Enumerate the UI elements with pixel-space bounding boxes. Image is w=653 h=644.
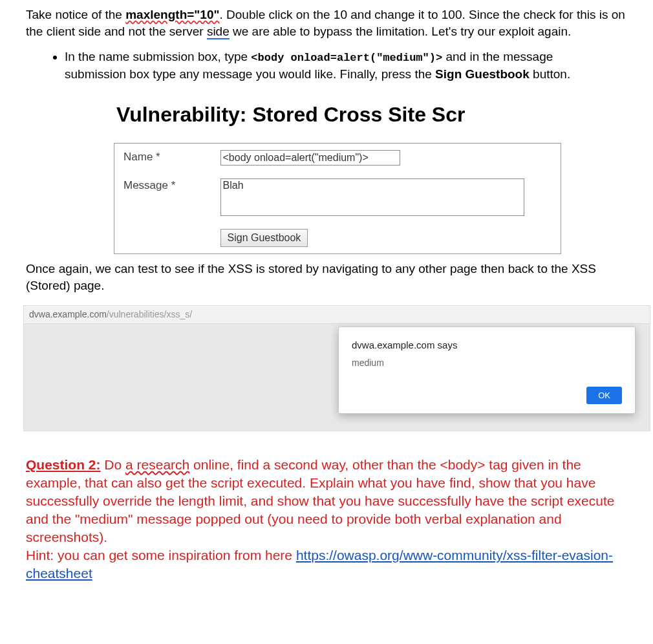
sign-guestbook-button[interactable]: Sign Guestbook bbox=[220, 229, 308, 247]
url-bar: dvwa.example.com/vulnerabilities/xss_s/ bbox=[24, 306, 650, 324]
instruction-list: In the name submission box, type <body o… bbox=[52, 48, 627, 83]
hint-prefix: Hint: you can get some inspiration from … bbox=[26, 548, 296, 563]
maxlength-highlight: maxlength="10" bbox=[125, 8, 219, 21]
url-path: /vulnerabilities/xss_s/ bbox=[107, 309, 192, 319]
bullet-text-1: In the name submission box, type bbox=[65, 50, 251, 63]
message-label: Message * bbox=[114, 172, 211, 222]
dvwa-screenshot: Vulnerability: Stored Cross Site Scr Nam… bbox=[114, 94, 568, 254]
name-label: Name * bbox=[114, 144, 211, 173]
question-2: Question 2: Do a research online, find a… bbox=[26, 456, 627, 582]
alert-message: medium bbox=[352, 357, 622, 369]
message-textarea[interactable]: Blah bbox=[220, 178, 524, 216]
instruction-item: In the name submission box, type <body o… bbox=[65, 48, 595, 83]
intro-paragraph: Take notice of the maxlength="10". Doubl… bbox=[26, 6, 627, 39]
side-underline: side bbox=[207, 25, 230, 39]
explanation-paragraph: Once again, we can test to see if the XS… bbox=[26, 261, 627, 294]
question-label: Question 2: bbox=[26, 457, 101, 472]
alert-origin: dvwa.example.com says bbox=[352, 339, 622, 352]
intro-text-1: Take notice of the bbox=[26, 8, 125, 21]
question-pre: Do bbox=[101, 457, 126, 472]
intro-text-3: we are able to bypass the limitation. Le… bbox=[230, 25, 572, 38]
alert-ok-button[interactable]: OK bbox=[586, 387, 622, 404]
dvwa-form-table: Name * Message * Blah Sign Guestbook bbox=[114, 143, 561, 254]
js-alert-dialog: dvwa.example.com says medium OK bbox=[338, 327, 636, 414]
name-input[interactable] bbox=[220, 150, 400, 166]
research-squiggle: a research bbox=[125, 457, 189, 472]
browser-alert-screenshot: dvwa.example.com/vulnerabilities/xss_s/ … bbox=[23, 305, 650, 431]
dvwa-title: Vulnerability: Stored Cross Site Scr bbox=[116, 101, 568, 129]
payload-code: <body onload=alert("medium")> bbox=[251, 52, 442, 64]
sign-guestbook-bold: Sign Guestbook bbox=[435, 67, 530, 81]
bullet-text-3: button. bbox=[530, 67, 570, 81]
url-host: dvwa.example.com bbox=[29, 309, 107, 319]
